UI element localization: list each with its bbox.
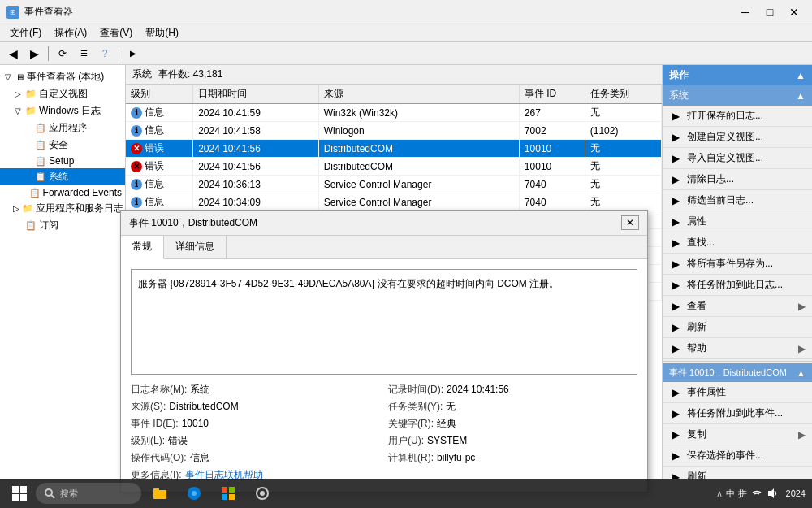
field-task-value: 无 xyxy=(446,400,456,414)
action-button[interactable]: ▶ xyxy=(123,45,143,63)
col-level[interactable]: 级别 xyxy=(126,85,193,104)
menu-view[interactable]: 查看(V) xyxy=(93,24,139,41)
tree-system[interactable]: 📋 系统 xyxy=(0,168,125,185)
table-row[interactable]: ℹ信息 2024 10:36:13 Service Control Manage… xyxy=(126,176,662,193)
action-item[interactable]: ▶属性 xyxy=(663,211,812,232)
action-item[interactable]: ▶将任务附加到此日志... xyxy=(663,275,812,296)
cell-task: 无 xyxy=(585,176,661,193)
event-action-item[interactable]: ▶复制▶ xyxy=(663,424,812,445)
action-label: 将任务附加到此日志... xyxy=(687,278,783,292)
cell-eventid: 7040 xyxy=(519,193,585,211)
close-button[interactable]: ✕ xyxy=(783,3,806,21)
cell-source: Winlogon xyxy=(318,122,519,140)
tab-general[interactable]: 常规 xyxy=(121,236,164,259)
action-label: 筛选当前日志... xyxy=(687,193,754,207)
start-button[interactable] xyxy=(6,482,32,505)
tab-details[interactable]: 详细信息 xyxy=(164,236,227,258)
table-row[interactable]: ℹ信息 2024 10:41:59 Win32k (Win32k) 267 无 xyxy=(126,104,662,122)
folder-icon: 📁 xyxy=(25,89,37,99)
event-action-item[interactable]: ▶刷新 xyxy=(663,467,812,479)
window-title: 事件查看器 xyxy=(24,5,73,19)
submenu-arrow: ▶ xyxy=(798,429,806,441)
window-controls: ─ □ ✕ xyxy=(734,3,806,21)
col-source[interactable]: 来源 xyxy=(318,85,519,104)
cell-source: DistributedCOM xyxy=(318,158,519,176)
toolbar-separator-2 xyxy=(119,46,119,61)
collapse-evt-icon[interactable]: ▲ xyxy=(797,368,806,378)
actions-title: 操作 xyxy=(669,68,689,82)
tree-security[interactable]: 📋 安全 xyxy=(0,137,125,154)
event-section-label: 事件 10010，DistributedCOM xyxy=(669,367,787,379)
clock: 2024 xyxy=(786,488,806,498)
action-item[interactable]: ▶导入自定义视图... xyxy=(663,148,812,169)
action-item[interactable]: ▶创建自定义视图... xyxy=(663,127,812,148)
event-action-item[interactable]: ▶将任务附加到此事件... xyxy=(663,403,812,424)
field-user-value: SYSTEM xyxy=(427,435,467,446)
table-row[interactable]: ✕错误 2024 10:41:56 DistributedCOM 10010 无 xyxy=(126,158,662,176)
cell-datetime: 2024 10:41:56 xyxy=(193,158,319,176)
toolbar: ◀ ▶ ⟳ ☰ ? ▶ xyxy=(0,42,812,65)
action-item[interactable]: ▶帮助▶ xyxy=(663,338,812,359)
action-item[interactable]: ▶打开保存的日志... xyxy=(663,106,812,127)
menu-file[interactable]: 文件(F) xyxy=(3,24,48,41)
tree-windows-logs[interactable]: ▽ 📁 Windows 日志 xyxy=(0,102,125,119)
tree-application[interactable]: 📋 应用程序 xyxy=(0,119,125,137)
collapse-icon[interactable]: ▲ xyxy=(796,70,806,81)
field-source: 来源(S): DistributedCOM xyxy=(131,400,380,414)
tree-custom-views[interactable]: ▷ 📁 自定义视图 xyxy=(0,85,125,102)
taskbar-app-files[interactable] xyxy=(145,480,175,506)
tree-label-forwarded: Forwarded Events xyxy=(43,187,122,198)
collapse-sys-icon[interactable]: ▲ xyxy=(796,90,806,102)
actions-separator xyxy=(663,361,812,362)
svg-point-9 xyxy=(192,491,197,496)
action-item[interactable]: ▶刷新 xyxy=(663,317,812,338)
cell-task: 无 xyxy=(585,140,661,158)
help-toolbar-button[interactable]: ? xyxy=(95,45,114,63)
event-action-item[interactable]: ▶保存选择的事件... xyxy=(663,445,812,467)
col-datetime[interactable]: 日期和时间 xyxy=(193,85,319,104)
action-icon: ▶ xyxy=(669,342,682,355)
col-task[interactable]: 任务类别 xyxy=(585,85,661,104)
refresh-button[interactable]: ⟳ xyxy=(53,45,72,63)
tray-arrow[interactable]: ∧ xyxy=(716,488,723,499)
action-label: 查找... xyxy=(687,236,715,250)
log-name: 系统 xyxy=(132,67,152,81)
event-action-icon: ▶ xyxy=(669,449,682,462)
minimize-button[interactable]: ─ xyxy=(734,3,757,21)
action-item[interactable]: ▶查看▶ xyxy=(663,296,812,317)
field-level: 级别(L): 错误 xyxy=(131,434,380,448)
right-actions-panel: 操作 ▲ 系统 ▲ ▶打开保存的日志...▶创建自定义视图...▶导入自定义视图… xyxy=(662,65,812,479)
tree-subscriptions[interactable]: 📋 订阅 xyxy=(0,217,125,234)
taskbar-app-settings[interactable] xyxy=(248,480,277,506)
action-item[interactable]: ▶清除日志... xyxy=(663,169,812,190)
taskbar-app-browser[interactable] xyxy=(179,480,209,506)
col-eventid[interactable]: 事件 ID xyxy=(519,85,585,104)
action-label: 将所有事件另存为... xyxy=(687,257,773,271)
field-kw-label: 关键字(R): xyxy=(388,417,434,431)
cell-task: 无 xyxy=(585,193,661,211)
table-row[interactable]: ℹ信息 2024 10:41:58 Winlogon 7002 (1102) xyxy=(126,122,662,140)
taskbar-app-store[interactable] xyxy=(214,480,243,506)
svg-rect-10 xyxy=(222,487,227,493)
taskbar-search-box[interactable]: 搜索 xyxy=(36,483,141,504)
action-item[interactable]: ▶将所有事件另存为... xyxy=(663,254,812,275)
cell-level: ✕错误 xyxy=(126,140,193,158)
tree-forwarded[interactable]: 📋 Forwarded Events xyxy=(0,185,125,200)
tree-setup[interactable]: 📋 Setup xyxy=(0,154,125,168)
back-button[interactable]: ◀ xyxy=(3,45,23,63)
action-item[interactable]: ▶查找... xyxy=(663,232,812,254)
field-user: 用户(U): SYSTEM xyxy=(388,434,637,448)
view-button[interactable]: ☰ xyxy=(74,45,93,63)
menu-help[interactable]: 帮助(H) xyxy=(139,24,185,41)
table-row[interactable]: ✕错误 2024 10:41:56 DistributedCOM 10010 无 xyxy=(126,140,662,158)
tree-root[interactable]: ▽ 🖥 事件查看器 (本地) xyxy=(0,68,125,85)
menu-action[interactable]: 操作(A) xyxy=(48,24,93,41)
event-action-item[interactable]: ▶事件属性 xyxy=(663,382,812,403)
tree-app-services[interactable]: ▷ 📁 应用程序和服务日志 xyxy=(0,200,125,217)
action-icon: ▶ xyxy=(669,215,682,228)
table-row[interactable]: ℹ信息 2024 10:34:09 Service Control Manage… xyxy=(126,193,662,211)
action-item[interactable]: ▶筛选当前日志... xyxy=(663,190,812,211)
forward-button[interactable]: ▶ xyxy=(24,45,44,63)
dialog-close-button[interactable]: ✕ xyxy=(621,215,639,230)
maximize-button[interactable]: □ xyxy=(758,3,781,21)
